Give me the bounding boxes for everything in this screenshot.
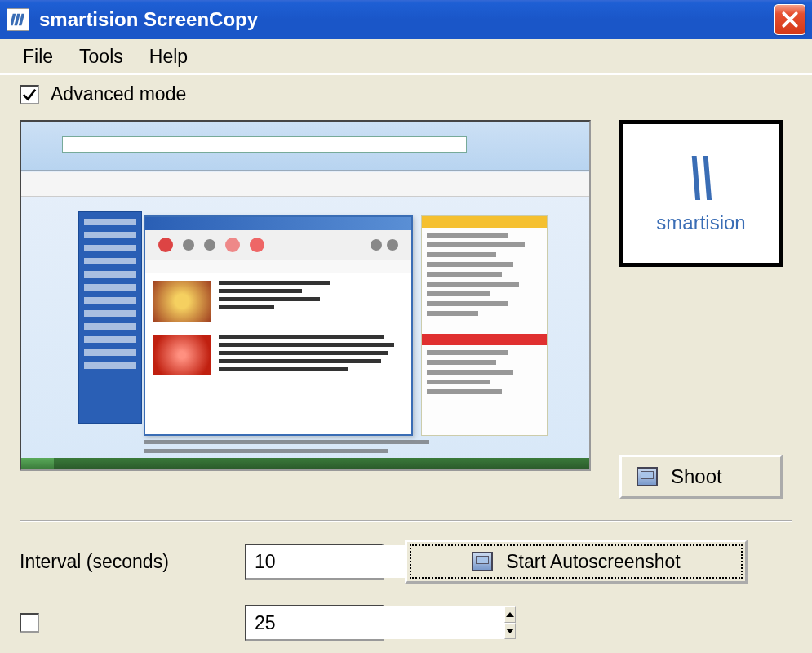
interval-label: Interval (seconds) xyxy=(20,551,224,573)
start-autoscreenshot-button[interactable]: Start Autoscreenshot xyxy=(405,540,748,584)
menu-help[interactable]: Help xyxy=(136,42,201,71)
separator xyxy=(20,520,792,522)
advanced-mode-label: Advanced mode xyxy=(51,83,186,105)
interval-row: Interval (seconds) Start Autoscreenshot xyxy=(20,540,792,584)
logo-mark-icon: \\ xyxy=(690,153,712,206)
brand-logo: \\ smartision xyxy=(619,120,783,267)
client-area: Advanced mode xyxy=(0,73,812,653)
titlebar: smartision ScreenCopy xyxy=(0,0,812,39)
interval-spinner xyxy=(245,544,384,580)
menubar: File Tools Help xyxy=(0,39,812,73)
logo-text: smartision xyxy=(656,211,745,234)
shoot-button-label: Shoot xyxy=(671,465,722,488)
window-title: smartision ScreenCopy xyxy=(39,8,774,31)
main-row: \\ smartision Shoot xyxy=(20,120,792,499)
limit-down-button[interactable] xyxy=(504,623,516,639)
limit-input[interactable] xyxy=(246,606,504,639)
advanced-mode-checkbox[interactable] xyxy=(20,85,39,104)
app-window: smartision ScreenCopy File Tools Help Ad… xyxy=(0,0,812,653)
preview-content xyxy=(21,122,589,469)
shoot-button[interactable]: Shoot xyxy=(619,455,783,499)
advanced-mode-row: Advanced mode xyxy=(20,83,792,105)
limit-up-button[interactable] xyxy=(504,606,516,623)
monitor-icon xyxy=(637,467,658,486)
limit-spinner xyxy=(245,605,384,641)
limit-row xyxy=(20,605,792,641)
right-column: \\ smartision Shoot xyxy=(615,120,787,499)
app-icon xyxy=(7,8,29,31)
close-button[interactable] xyxy=(774,4,805,35)
menu-tools[interactable]: Tools xyxy=(66,42,136,71)
limit-checkbox[interactable] xyxy=(20,613,39,633)
screenshot-preview xyxy=(20,120,591,471)
monitor-icon xyxy=(472,552,493,571)
menu-file[interactable]: File xyxy=(10,42,66,71)
autoscreenshot-button-label: Start Autoscreenshot xyxy=(506,551,681,573)
